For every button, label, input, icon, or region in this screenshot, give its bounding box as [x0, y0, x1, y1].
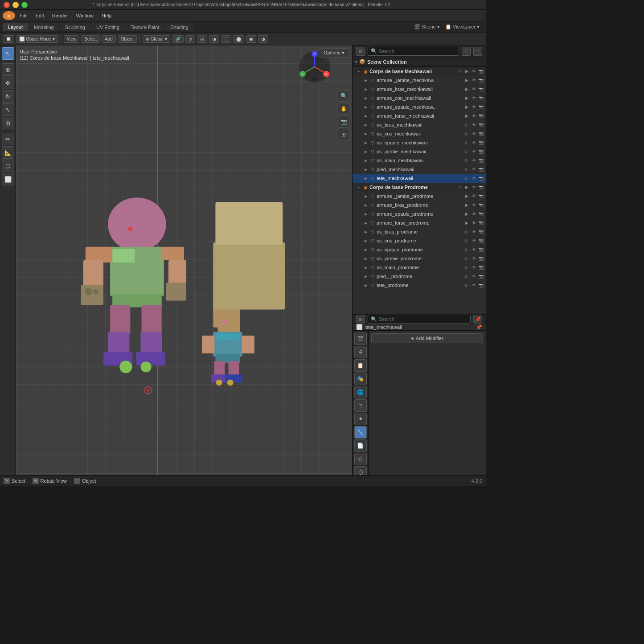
- props-tab-scene[interactable]: 🎭: [354, 373, 367, 385]
- props-pin-btn[interactable]: 📌: [473, 315, 482, 324]
- item-os-bras-prod[interactable]: ▶ ▽ os_bras_prodrome ▷ 👁 📷: [353, 227, 486, 236]
- pan-btn[interactable]: ✋: [338, 103, 349, 115]
- ia-h9[interactable]: 👁: [471, 148, 477, 155]
- ia-render-4[interactable]: 📷: [478, 104, 484, 110]
- item-os-jambe-mech[interactable]: ▶ ▽ os_jambe_mechkawaii ▷ 👁 📷: [353, 147, 486, 156]
- object-menu-btn[interactable]: Object: [118, 35, 137, 43]
- cursor-tool-btn[interactable]: ⊕: [2, 63, 14, 76]
- camera-btn[interactable]: 📷: [338, 116, 349, 127]
- ia-h7[interactable]: 👁: [471, 131, 477, 137]
- tab-uv-editing[interactable]: UV Editing: [91, 23, 125, 31]
- outliner-content[interactable]: ▾ ◉ Corps de base Mechkawaii ✓ ▶ 👁 📷 ▶ ▽…: [353, 67, 486, 314]
- item-os-epaule-mech[interactable]: ▶ ▽ os_epaule_mechkawaii ▷ 👁 📷: [353, 138, 486, 147]
- col2-viewport[interactable]: 👁: [471, 184, 477, 190]
- p-r3[interactable]: 📷: [478, 211, 484, 217]
- close-button[interactable]: ✕: [4, 2, 10, 8]
- props-tab-particles[interactable]: ✦: [354, 413, 367, 425]
- ia-r5[interactable]: 📷: [478, 113, 484, 119]
- ia-hide[interactable]: 👁: [471, 86, 477, 92]
- maximize-button[interactable]: □: [21, 2, 28, 8]
- item-tete-prod[interactable]: ▶ ▽ tete_prodrome ▷ 👁 📷: [353, 281, 486, 290]
- proportional-btn[interactable]: ⊙: [185, 35, 195, 43]
- ia-r11[interactable]: 📷: [478, 166, 484, 172]
- pin-icon[interactable]: 📌: [476, 324, 482, 330]
- p-s8[interactable]: ▷: [464, 255, 470, 262]
- p-s11[interactable]: ▷: [464, 282, 470, 288]
- item-armure-jambe-mech[interactable]: ▶ ▽ armure _jambe_mechkaw... ▶ 👁 📷: [353, 76, 486, 85]
- ia-hide-4[interactable]: 👁: [471, 104, 477, 110]
- transform-tool-btn[interactable]: ⊞: [2, 117, 14, 129]
- ia-hide-3[interactable]: 👁: [471, 95, 477, 101]
- viewport-options-btn[interactable]: Options ▾: [319, 48, 349, 57]
- p-r8[interactable]: 📷: [478, 255, 484, 262]
- item-armure-cou-mech[interactable]: ▶ ▽ armure_cou_mechkawaii ▶ 👁 📷: [353, 94, 486, 103]
- xray-btn[interactable]: ⬚: [221, 35, 231, 43]
- ia-h5[interactable]: 👁: [471, 113, 477, 119]
- item-tete-mech[interactable]: ▶ ▽ tete_mechkawaii ▷ 👁 📷: [353, 174, 486, 183]
- p-r11[interactable]: 📷: [478, 282, 484, 288]
- ia-s7[interactable]: ▷: [464, 131, 470, 137]
- tab-shading[interactable]: Shading: [165, 23, 193, 31]
- props-tab-view-layer[interactable]: 📋: [354, 359, 367, 372]
- editor-type-btn[interactable]: 🔲: [3, 35, 14, 43]
- item-os-cou-mech[interactable]: ▶ ▽ os_cou_mechkawaii ▷ 👁 📷: [353, 129, 486, 138]
- shading-render-btn[interactable]: ◑: [258, 35, 268, 43]
- item-pied-prod[interactable]: ▶ ▽ pied__prodrome ▷ 👁 📷: [353, 272, 486, 281]
- p-r1[interactable]: 📷: [478, 193, 484, 199]
- props-type-btn[interactable]: ⊞: [356, 315, 365, 324]
- scene-selector[interactable]: 🎬 Scene ▾: [414, 24, 439, 30]
- props-tab-scripting[interactable]: 📄: [354, 439, 367, 452]
- transform-btn[interactable]: ⊕ Global ▾: [143, 35, 170, 43]
- item-armure-torse-prod[interactable]: ▶ ▽ armure_torse_prodrome ▶ 👁 📷: [353, 218, 486, 227]
- object-mode-btn[interactable]: ⬜ Object Mode ▾: [16, 35, 58, 43]
- props-tab-data[interactable]: ◇: [354, 453, 367, 465]
- ia-s12[interactable]: ▷: [464, 175, 470, 181]
- p-h9[interactable]: 👁: [471, 264, 477, 271]
- p-h6[interactable]: 👁: [471, 238, 477, 244]
- overlay-btn[interactable]: ◑: [209, 35, 219, 43]
- properties-search-input[interactable]: [379, 316, 468, 322]
- item-armure-bras-mech[interactable]: ▶ ▽ armure_bras_mechkawaii ▶ 👁 📷: [353, 85, 486, 94]
- outliner-search-input[interactable]: [379, 49, 456, 54]
- col-restrict-render[interactable]: 📷: [478, 68, 484, 74]
- props-tab-render[interactable]: 🎬: [354, 332, 367, 345]
- p-s10[interactable]: ▷: [464, 273, 470, 279]
- item-os-jambe-prod[interactable]: ▶ ▽ os_jambe_prodrome ▷ 👁 📷: [353, 254, 486, 263]
- viewport[interactable]: User Perspective (12) Corps de base Mech…: [16, 45, 352, 475]
- ia-r9[interactable]: 📷: [478, 148, 484, 155]
- menu-render[interactable]: Render: [49, 12, 72, 19]
- menu-edit[interactable]: Edit: [32, 12, 48, 19]
- select-tool-btn[interactable]: ↖: [2, 47, 14, 60]
- ia-s5[interactable]: ▶: [464, 113, 470, 119]
- item-os-epaule-prod[interactable]: ▶ ▽ os_epaule_prodrome ▷ 👁 📷: [353, 245, 486, 254]
- tab-sculpting[interactable]: Sculpting: [60, 23, 90, 31]
- add-menu-btn[interactable]: Add: [102, 35, 116, 43]
- measure-tool-btn[interactable]: 📐: [2, 146, 14, 159]
- ia-render[interactable]: 📷: [478, 86, 484, 92]
- props-tab-world[interactable]: 🌐: [354, 386, 367, 398]
- view-layer-selector[interactable]: 📋 ViewLayer ▾: [445, 24, 480, 30]
- item-expand-1[interactable]: ▶: [363, 78, 369, 83]
- p-s1[interactable]: ▶: [464, 193, 470, 199]
- ia-select-4[interactable]: ▶: [464, 104, 470, 110]
- ia-s11[interactable]: ▷: [464, 166, 470, 172]
- item-armure-epaule-prod[interactable]: ▶ ▽ armure_epaule_prodrome ▶ 👁 📷: [353, 209, 486, 218]
- ia-h12[interactable]: 👁: [471, 175, 477, 181]
- item-hide-1[interactable]: 👁: [471, 77, 477, 83]
- ia-r6[interactable]: 📷: [478, 122, 484, 128]
- p-r5[interactable]: 📷: [478, 229, 484, 235]
- menu-file[interactable]: File: [16, 12, 31, 19]
- p-s5[interactable]: ▷: [464, 229, 470, 235]
- ia-r10[interactable]: 📷: [478, 157, 484, 164]
- ia-s10[interactable]: ▷: [464, 157, 470, 164]
- zoom-in-btn[interactable]: 🔍: [338, 90, 349, 102]
- ia-render-3[interactable]: 📷: [478, 95, 484, 101]
- item-select-1[interactable]: ▶: [464, 77, 470, 83]
- shading-material-btn[interactable]: ◉: [246, 35, 256, 43]
- props-tab-output[interactable]: 🖨: [354, 346, 367, 358]
- item-render-1[interactable]: 📷: [478, 77, 484, 83]
- p-s6[interactable]: ▷: [464, 238, 470, 244]
- tab-layout[interactable]: Layout: [3, 23, 28, 31]
- annotate-tool-btn[interactable]: ✏: [2, 133, 14, 145]
- p-h10[interactable]: 👁: [471, 273, 477, 279]
